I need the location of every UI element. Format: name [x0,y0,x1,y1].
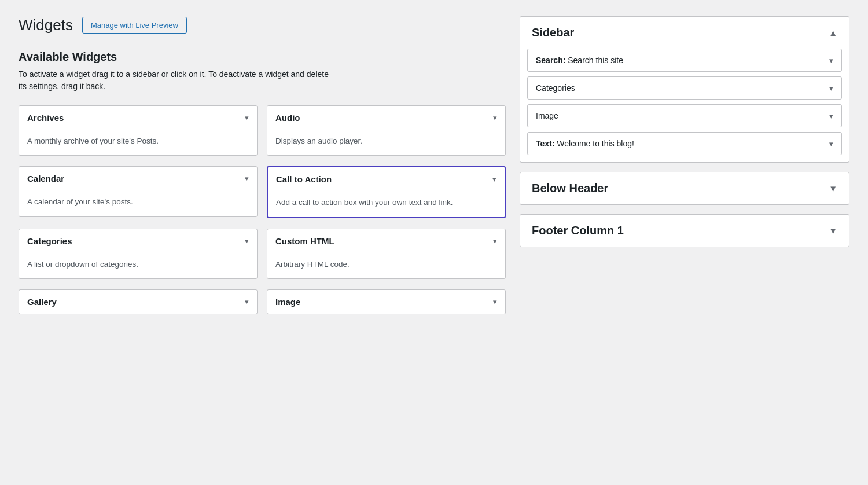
page-title: Widgets [19,16,73,34]
widget-cell-audio: Audio ▾ Displays an audio player. [262,105,506,166]
sidebar-widget-chevron: ▾ [829,139,833,148]
sidebar-area-title-footer-column-1: Footer Column 1 [532,224,624,237]
widget-chevron-custom-html: ▾ [493,237,497,245]
widget-box-audio[interactable]: Audio ▾ Displays an audio player. [267,105,506,156]
widget-chevron-categories: ▾ [245,237,249,245]
widget-header-audio: Audio ▾ [267,106,505,130]
widget-box-archives[interactable]: Archives ▾ A monthly archive of your sit… [19,105,258,156]
page-header: Widgets Manage with Live Preview [19,16,506,34]
widget-name-gallery: Gallery [27,297,57,307]
sidebar-widget-item[interactable]: Image ▾ [527,104,842,127]
widget-header-call-to-action: Call to Action ▾ [268,167,505,191]
available-widgets-desc: To activate a widget drag it to a sideba… [19,68,331,93]
widget-header-custom-html: Custom HTML ▾ [267,229,505,253]
sidebar-area-below-header: Below Header ▼ [520,172,849,205]
sidebar-area-title-below-header: Below Header [532,182,608,195]
widget-header-categories: Categories ▾ [19,229,257,253]
right-column: Sidebar ▲ Search: Search this site ▾ Cat… [520,16,849,325]
sidebar-widget-name: Text: Welcome to this blog! [536,139,634,148]
widget-chevron-archives: ▾ [245,113,249,122]
widget-box-gallery[interactable]: Gallery ▾ [19,289,258,314]
sidebar-widgets-list-sidebar: Search: Search this site ▾ Categories ▾ … [520,49,849,162]
widget-desc-call-to-action: Add a call to action box with your own t… [268,191,505,216]
widget-desc-audio: Displays an audio player. [267,130,505,155]
widget-desc-archives: A monthly archive of your site's Posts. [19,130,257,155]
widget-cell-archives: Archives ▾ A monthly archive of your sit… [19,105,262,166]
widget-desc-categories: A list or dropdown of categories. [19,253,257,278]
widget-desc-custom-html: Arbitrary HTML code. [267,253,505,278]
widget-name-archives: Archives [27,113,64,123]
sidebar-widget-name: Search: Search this site [536,56,623,65]
widget-header-archives: Archives ▾ [19,106,257,130]
sidebar-widget-name: Image [536,111,558,120]
widget-desc-calendar: A calendar of your site's posts. [19,190,257,216]
sidebar-area-chevron-below-header: ▼ [829,183,837,193]
widget-header-calendar: Calendar ▾ [19,167,257,190]
widget-chevron-calendar: ▾ [245,174,249,183]
widget-name-image: Image [275,297,300,307]
widget-cell-gallery: Gallery ▾ [19,289,262,325]
sidebar-widget-chevron: ▾ [829,84,833,93]
sidebar-widget-chevron: ▾ [829,56,833,65]
widget-box-image[interactable]: Image ▾ [267,289,506,314]
live-preview-button[interactable]: Manage with Live Preview [82,17,187,34]
sidebar-area-header-footer-column-1[interactable]: Footer Column 1 ▼ [520,215,849,247]
left-column: Widgets Manage with Live Preview Availab… [19,16,506,325]
widget-cell-categories: Categories ▾ A list or dropdown of categ… [19,229,262,289]
sidebar-widget-item[interactable]: Text: Welcome to this blog! ▾ [527,132,842,155]
widget-chevron-image: ▾ [493,297,497,306]
widget-header-image: Image ▾ [267,290,505,314]
widget-box-custom-html[interactable]: Custom HTML ▾ Arbitrary HTML code. [267,229,506,279]
sidebar-widget-chevron: ▾ [829,112,833,120]
widget-cell-call-to-action: Call to Action ▾ Add a call to action bo… [262,166,506,228]
sidebar-area-header-below-header[interactable]: Below Header ▼ [520,172,849,204]
sidebar-widget-name: Categories [536,83,575,93]
sidebar-area-chevron-footer-column-1: ▼ [829,226,837,236]
widget-chevron-audio: ▾ [493,113,497,122]
available-widgets-title: Available Widgets [19,50,506,64]
widget-name-calendar: Calendar [27,174,64,183]
sidebar-area-chevron-sidebar: ▲ [829,28,837,38]
widget-box-calendar[interactable]: Calendar ▾ A calendar of your site's pos… [19,166,258,216]
sidebar-area-title-sidebar: Sidebar [532,26,574,39]
sidebar-area-sidebar: Sidebar ▲ Search: Search this site ▾ Cat… [520,16,849,163]
sidebar-area-footer-column-1: Footer Column 1 ▼ [520,214,849,247]
sidebar-area-header-sidebar[interactable]: Sidebar ▲ [520,17,849,49]
widget-chevron-gallery: ▾ [245,297,249,306]
widget-cell-custom-html: Custom HTML ▾ Arbitrary HTML code. [262,229,506,289]
widget-cell-calendar: Calendar ▾ A calendar of your site's pos… [19,166,262,228]
widget-name-audio: Audio [275,113,300,123]
sidebar-widget-item[interactable]: Categories ▾ [527,76,842,100]
sidebar-widget-item[interactable]: Search: Search this site ▾ [527,49,842,72]
widget-cell-image: Image ▾ [262,289,506,325]
widget-box-categories[interactable]: Categories ▾ A list or dropdown of categ… [19,229,258,279]
widget-header-gallery: Gallery ▾ [19,290,257,314]
widget-name-call-to-action: Call to Action [276,174,332,184]
widget-box-call-to-action[interactable]: Call to Action ▾ Add a call to action bo… [267,166,506,218]
widget-name-custom-html: Custom HTML [275,236,334,246]
widget-name-categories: Categories [27,236,72,246]
widget-chevron-call-to-action: ▾ [492,175,496,183]
widgets-grid: Archives ▾ A monthly archive of your sit… [19,105,506,325]
